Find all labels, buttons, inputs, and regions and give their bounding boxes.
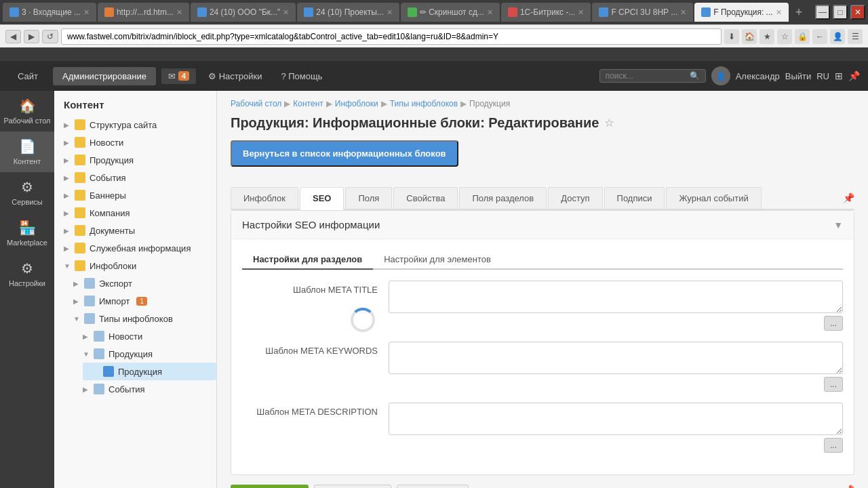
user-section: 👤 Александр Выйти RU ⊞ 📌 [711, 66, 860, 85]
breadcrumb-home[interactable]: Рабочий стол [231, 99, 281, 108]
address-bar[interactable] [61, 28, 722, 45]
tree-item-structure[interactable]: ▶ Структура сайта [54, 116, 216, 134]
meta-keywords-more-button[interactable]: ... [824, 377, 843, 392]
tab-close-7[interactable]: ✕ [680, 8, 686, 17]
back-to-list-button[interactable]: Вернуться в список информационных блоков [231, 140, 458, 167]
browser-tab-5[interactable]: ✏ Скриншот сд... ✕ [401, 3, 500, 22]
tab-close-5[interactable]: ✕ [487, 8, 493, 17]
tree-item-docs[interactable]: ▶ Документы [54, 222, 216, 239]
inner-tab-sections[interactable]: Настройки для разделов [242, 250, 373, 270]
tree-label: Продукция [108, 349, 153, 359]
breadcrumb-types[interactable]: Типы инфоблоков [390, 99, 458, 108]
inner-tab-elements[interactable]: Настройки для элементов [373, 250, 502, 270]
tab-close-2[interactable]: ✕ [176, 8, 182, 17]
breadcrumb-content[interactable]: Контент [293, 99, 323, 108]
layout-icon[interactable]: ⊞ [835, 70, 843, 81]
browser-tab-6[interactable]: 1С-Битрикс -... ✕ [501, 3, 591, 22]
logout-button[interactable]: Выйти [785, 71, 812, 81]
tree-item-products-type[interactable]: ▼ Продукция [73, 345, 216, 363]
tab-events-log[interactable]: Журнал событий [666, 187, 761, 209]
browser-tab-1[interactable]: 3 · Входящие ... ✕ [3, 3, 96, 22]
admin-button[interactable]: Администрирование [53, 67, 156, 85]
site-button[interactable]: Сайт [8, 67, 47, 85]
tab-favicon-4 [304, 7, 313, 17]
tab-properties[interactable]: Свойства [393, 187, 458, 209]
browser-tab-4[interactable]: 24 (10) Проекты... ✕ [297, 3, 399, 22]
tab-access[interactable]: Доступ [548, 187, 602, 209]
page-title: Продукция: Информационные блоки: Редакти… [231, 115, 854, 131]
apply-button[interactable]: Применить [314, 485, 391, 488]
save-button[interactable]: Сохранить [231, 485, 309, 488]
tree-item-products-active[interactable]: Продукция [83, 363, 216, 380]
tab-close-1[interactable]: ✕ [83, 8, 90, 17]
favorite-icon[interactable]: ☆ [604, 117, 614, 129]
maximize-button[interactable]: □ [833, 5, 848, 20]
browser-tab-7[interactable]: F CPCI 3U 8HP ... ✕ [592, 3, 693, 22]
tree-item-news[interactable]: ▶ Новости [54, 134, 216, 151]
meta-title-input[interactable] [389, 281, 843, 313]
forward-button[interactable]: ▶ [24, 30, 39, 43]
back-button[interactable]: ◀ [5, 30, 21, 43]
pin-icon[interactable]: 📌 [848, 70, 860, 81]
close-button[interactable]: ✕ [850, 5, 865, 20]
seo-collapse-button[interactable]: ▼ [833, 220, 843, 230]
tab-close-8[interactable]: ✕ [776, 8, 782, 17]
tree-item-events[interactable]: ▶ События [54, 169, 216, 186]
download-icon[interactable]: ⬇ [724, 29, 739, 44]
cancel-button[interactable]: Отменить [397, 485, 469, 488]
new-tab-button[interactable]: + [790, 5, 808, 20]
breadcrumb-sep: ▶ [381, 99, 387, 108]
notification-area[interactable]: ✉ 4 [161, 68, 196, 84]
minimize-button[interactable]: — [815, 5, 830, 20]
sidebar-item-home[interactable]: 🏠 Рабочий стол [0, 91, 54, 131]
tab-subscriptions[interactable]: Подписи [604, 187, 665, 209]
main-content: Рабочий стол ▶ Контент ▶ Инфоблоки ▶ Тип… [217, 91, 868, 488]
meta-title-more-button[interactable]: ... [824, 316, 843, 331]
star-nav-icon[interactable]: ★ [760, 29, 774, 44]
browser-tab-2[interactable]: http://...rd.htm... ✕ [98, 3, 189, 22]
tab-section-fields[interactable]: Поля разделов [459, 187, 547, 209]
tree-item-company[interactable]: ▶ Компания [54, 204, 216, 222]
tab-label-1: 3 · Входящие ... [22, 7, 81, 17]
sidebar-item-marketplace[interactable]: 🏪 Marketplace [0, 213, 54, 253]
bookmark-icon[interactable]: ☆ [777, 29, 792, 44]
help-link[interactable]: ? Помощь [274, 68, 329, 84]
tab-fields[interactable]: Поля [345, 187, 392, 209]
sidebar-item-services[interactable]: ⚙ Сервисы [0, 172, 54, 213]
meta-keywords-input[interactable] [389, 342, 843, 374]
sidebar-item-settings[interactable]: ⚙ Настройки [0, 253, 54, 294]
tree-item-iblock-types[interactable]: ▼ Типы инфоблоков [64, 310, 216, 327]
browser-tab-8[interactable]: F Продукция: ... ✕ [694, 3, 788, 22]
meta-description-more-button[interactable]: ... [824, 438, 843, 453]
breadcrumb-infoblocks[interactable]: Инфоблоки [335, 99, 378, 108]
tab-seo[interactable]: SEO [300, 187, 344, 210]
menu-icon[interactable]: ☰ [848, 29, 863, 44]
breadcrumb-sep: ▶ [326, 99, 332, 108]
sidebar-item-content[interactable]: 📄 Контент [0, 131, 54, 172]
shield-icon[interactable]: 🔒 [795, 29, 810, 44]
user-nav-icon[interactable]: 👤 [830, 29, 845, 44]
tree-item-export[interactable]: ▶ Экспорт [64, 274, 216, 292]
tab-close-4[interactable]: ✕ [387, 8, 393, 17]
top-bar: Сайт Администрирование ✉ 4 ⚙ Настройки ?… [0, 61, 868, 91]
tree-item-events-type[interactable]: ▶ События [73, 380, 216, 398]
footer-pin-icon[interactable]: 📌 [843, 485, 854, 488]
tab-pin-icon[interactable]: 📌 [843, 192, 854, 203]
search-input[interactable] [606, 71, 687, 81]
browser-tab-3[interactable]: 24 (10) ООО "Бк..." ✕ [191, 3, 296, 22]
reload-button[interactable]: ↺ [42, 30, 58, 43]
tree-item-infoblocks[interactable]: ▼ Инфоблоки [54, 257, 216, 274]
tab-close-6[interactable]: ✕ [578, 8, 584, 17]
back-nav-icon[interactable]: ← [812, 29, 827, 44]
tree-item-service-info[interactable]: ▶ Служебная информация [54, 239, 216, 257]
home-nav-icon[interactable]: 🏠 [742, 29, 757, 44]
tree-item-news-type[interactable]: ▶ Новости [73, 327, 216, 345]
tree-item-banners[interactable]: ▶ Баннеры [54, 186, 216, 204]
settings-link[interactable]: ⚙ Настройки [201, 68, 269, 84]
tab-infoblock[interactable]: Инфоблок [231, 187, 298, 209]
lang-button[interactable]: RU [816, 71, 829, 81]
tree-item-import[interactable]: ▶ Импорт 1 [64, 292, 216, 310]
tab-close-3[interactable]: ✕ [283, 8, 289, 17]
tree-item-products[interactable]: ▶ Продукция [54, 151, 216, 169]
meta-description-input[interactable] [389, 403, 843, 435]
